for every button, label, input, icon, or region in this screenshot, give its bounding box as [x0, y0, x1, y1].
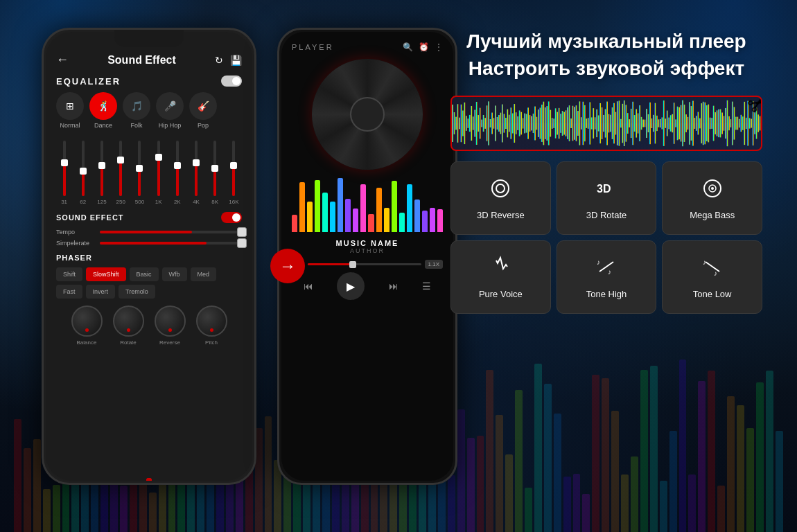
timer-icon[interactable]: ⏰: [419, 42, 429, 52]
eq-slider-4K[interactable]: 4K: [188, 141, 204, 205]
svg-rect-329: [708, 123, 709, 142]
svg-rect-357: [756, 123, 757, 139]
eq-sliders: 31621252505001K2K4K8K16K: [56, 136, 242, 205]
p2-eq-bar: [353, 209, 358, 232]
eq-slider-125[interactable]: 125: [94, 141, 110, 205]
knob-reverse[interactable]: Reverse: [155, 305, 186, 346]
sound-effect-header: SOUND EFFECT: [56, 212, 242, 223]
svg-rect-267: [602, 123, 603, 139]
preset-btn-pop[interactable]: 🎸Pop: [189, 92, 217, 129]
svg-rect-181: [453, 123, 455, 134]
svg-rect-252: [575, 123, 577, 141]
svg-rect-243: [560, 123, 561, 133]
svg-rect-317: [687, 123, 688, 130]
eq-track: [100, 141, 103, 196]
save-icon[interactable]: 💾: [230, 55, 242, 66]
phone1-screen: ← Sound Effect ↻ 💾 EQUALIZER ⊞Normal🕺Dan…: [46, 32, 252, 481]
eq-toggle[interactable]: [221, 76, 242, 87]
knob-rotate[interactable]: Rotate: [113, 305, 144, 346]
phaser-btn-med[interactable]: Med: [191, 267, 217, 281]
eq-slider-62[interactable]: 62: [75, 141, 91, 205]
knob-balance[interactable]: Balance: [71, 305, 103, 346]
mega-bass-label: Mega Bass: [690, 210, 735, 220]
knob-pitch[interactable]: Pitch: [196, 305, 227, 346]
arrow-button[interactable]: →: [270, 249, 305, 283]
effect-btn-tone-low[interactable]: ♪♪ Tone Low: [662, 240, 762, 314]
effect-btn-3d-rotate[interactable]: 3D 3D Rotate: [557, 161, 657, 235]
freq-label: 62: [80, 199, 86, 205]
phaser-btn-slowshift[interactable]: SlowShift: [86, 267, 126, 281]
svg-rect-232: [541, 123, 543, 142]
simpelerate-slider[interactable]: [100, 242, 242, 245]
phaser-btn-basic[interactable]: Basic: [130, 267, 159, 281]
tone-low-icon: ♪♪: [700, 255, 725, 283]
phone2-content: PLAYER 🔍 ⏰ ⋮ MUSIC NAME AUTHOR: [281, 32, 453, 481]
search-icon[interactable]: 🔍: [403, 42, 413, 52]
svg-rect-299: [656, 123, 658, 131]
3d-rotate-label: 3D Rotate: [586, 210, 627, 220]
preset-btn-hip hop[interactable]: 🎤Hip Hop: [156, 92, 184, 129]
svg-rect-193: [474, 123, 475, 136]
more-icon[interactable]: ⋮: [435, 42, 443, 52]
effect-btn-pure-voice[interactable]: Pure Voice: [450, 240, 551, 314]
svg-text:♪: ♪: [597, 258, 600, 266]
svg-rect-227: [532, 123, 534, 133]
svg-rect-208: [500, 123, 501, 134]
phaser-btn-wfb[interactable]: Wfb: [162, 267, 187, 281]
svg-rect-234: [545, 123, 546, 139]
phaser-btn-fast[interactable]: Fast: [56, 285, 82, 299]
svg-rect-347: [739, 123, 740, 127]
svg-rect-257: [584, 123, 586, 141]
svg-rect-305: [667, 123, 668, 136]
play-button[interactable]: ▶: [337, 272, 365, 300]
back-button[interactable]: ←: [56, 53, 69, 67]
eq-slider-250[interactable]: 250: [113, 141, 129, 205]
svg-rect-186: [462, 123, 464, 136]
prev-button[interactable]: ⏮: [304, 281, 313, 292]
svg-rect-201: [488, 123, 489, 145]
tempo-slider[interactable]: [100, 231, 242, 233]
sound-effect-toggle[interactable]: [221, 212, 242, 223]
preset-name: Hip Hop: [159, 122, 182, 129]
svg-rect-217: [516, 123, 517, 134]
svg-rect-306: [668, 123, 669, 129]
svg-rect-225: [529, 123, 531, 132]
equalizer-section: EQUALIZER ⊞Normal🕺Dance🎵Folk🎤Hip Hop🎸Pop…: [56, 76, 242, 205]
phaser-btn-tremolo[interactable]: Tremolo: [119, 285, 155, 299]
svg-rect-327: [704, 123, 706, 144]
freq-label: 2K: [174, 199, 181, 205]
svg-rect-290: [641, 123, 642, 130]
effect-btn-3d-reverse[interactable]: 3D Reverse: [450, 161, 551, 235]
svg-rect-301: [660, 123, 661, 127]
svg-rect-203: [491, 123, 493, 134]
eq-slider-16K[interactable]: 16K: [226, 141, 242, 205]
phaser-btn-shift[interactable]: Shift: [56, 267, 82, 281]
eq-slider-31[interactable]: 31: [56, 141, 72, 205]
speed-badge[interactable]: 1.1X: [425, 260, 443, 269]
svg-point-360: [492, 180, 509, 197]
eq-slider-500[interactable]: 500: [132, 141, 148, 205]
playlist-button[interactable]: ☰: [422, 281, 431, 292]
svg-rect-249: [570, 123, 572, 128]
svg-rect-330: [710, 123, 711, 129]
eq-slider-2K[interactable]: 2K: [169, 141, 185, 205]
phaser-btn-invert[interactable]: Invert: [86, 285, 116, 299]
eq-slider-8K[interactable]: 8K: [207, 141, 223, 205]
svg-rect-282: [627, 123, 629, 134]
effect-btn-mega-bass[interactable]: Mega Bass: [662, 161, 762, 235]
eq-track: [195, 141, 198, 196]
refresh-icon[interactable]: ↻: [215, 55, 223, 66]
eq-track: [232, 141, 235, 196]
preset-btn-dance[interactable]: 🕺Dance: [89, 92, 117, 129]
svg-rect-230: [538, 123, 539, 137]
preset-btn-folk[interactable]: 🎵Folk: [123, 92, 150, 129]
effect-btn-tone-high[interactable]: ♪♪ Tone High: [557, 240, 657, 314]
progress-track[interactable]: [308, 263, 421, 265]
svg-rect-197: [481, 123, 482, 127]
preset-btn-normal[interactable]: ⊞Normal: [56, 92, 84, 129]
svg-rect-291: [642, 123, 644, 127]
svg-rect-204: [493, 123, 494, 129]
svg-rect-319: [690, 123, 692, 141]
eq-slider-1K[interactable]: 1K: [150, 141, 166, 205]
next-button[interactable]: ⏭: [389, 281, 398, 292]
